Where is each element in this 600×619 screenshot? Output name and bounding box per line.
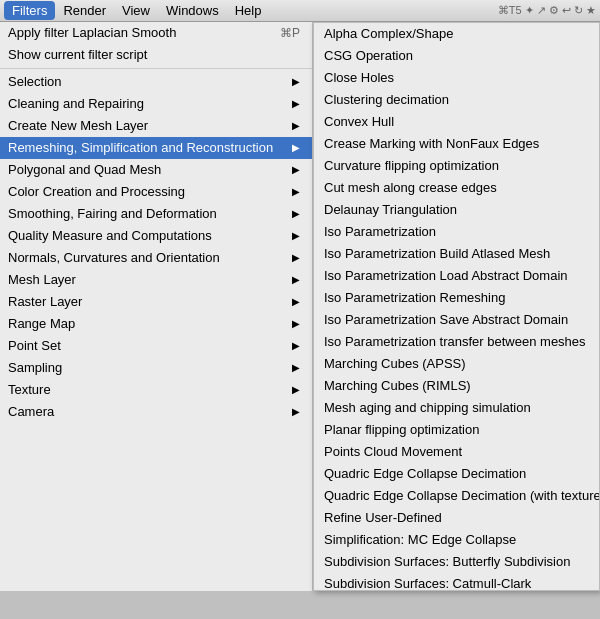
submenu-iso-param-atlased[interactable]: Iso Parametrization Build Atlased Mesh [314,243,599,265]
menu-camera[interactable]: Camera ▶ [0,401,312,423]
menu-mesh-layer[interactable]: Mesh Layer ▶ [0,269,312,291]
menu-show-script[interactable]: Show current filter script [0,44,312,66]
submenu-quadric-edge[interactable]: Quadric Edge Collapse Decimation [314,463,599,485]
submenu-mesh-aging[interactable]: Mesh aging and chipping simulation [314,397,599,419]
submenu-marching-apss[interactable]: Marching Cubes (APSS) [314,353,599,375]
submenu-alpha-complex[interactable]: Alpha Complex/Shape [314,23,599,45]
menubar: Filters Render View Windows Help ⌘T5 ✦ ↗… [0,0,600,22]
submenu-convex-hull[interactable]: Convex Hull [314,111,599,133]
menu-smoothing[interactable]: Smoothing, Fairing and Deformation ▶ [0,203,312,225]
menu-filters[interactable]: Filters [4,1,55,20]
submenu-crease-marking[interactable]: Crease Marking with NonFaux Edges [314,133,599,155]
submenu-quadric-edge-texture[interactable]: Quadric Edge Collapse Decimation (with t… [314,485,599,507]
submenu-iso-param[interactable]: Iso Parametrization [314,221,599,243]
submenu-iso-param-load[interactable]: Iso Parametrization Load Abstract Domain [314,265,599,287]
menu-texture[interactable]: Texture ▶ [0,379,312,401]
submenu-curvature-flipping[interactable]: Curvature flipping optimization [314,155,599,177]
submenu-iso-param-transfer[interactable]: Iso Parametrization transfer between mes… [314,331,599,353]
menu-create-mesh[interactable]: Create New Mesh Layer ▶ [0,115,312,137]
left-menu: Apply filter Laplacian Smooth ⌘P Show cu… [0,22,313,591]
menu-sampling[interactable]: Sampling ▶ [0,357,312,379]
right-submenu: Alpha Complex/Shape CSG Operation Close … [313,22,600,591]
menu-range-map[interactable]: Range Map ▶ [0,313,312,335]
menu-selection[interactable]: Selection ▶ [0,71,312,93]
menu-cleaning[interactable]: Cleaning and Repairing ▶ [0,93,312,115]
submenu-marching-rimls[interactable]: Marching Cubes (RIMLS) [314,375,599,397]
menu-remeshing[interactable]: Remeshing, Simplification and Reconstruc… [0,137,312,159]
submenu-delaunay[interactable]: Delaunay Triangulation [314,199,599,221]
toolbar-status: ⌘T5 ✦ ↗ ⚙ ↩ ↻ ★ [498,4,596,17]
menu-render[interactable]: Render [55,1,114,20]
menu-divider-1 [0,68,312,69]
submenu-close-holes[interactable]: Close Holes [314,67,599,89]
menu-apply-filter[interactable]: Apply filter Laplacian Smooth ⌘P [0,22,312,44]
submenu-subdiv-butterfly[interactable]: Subdivision Surfaces: Butterfly Subdivis… [314,551,599,573]
submenu-subdiv-catmull[interactable]: Subdivision Surfaces: Catmull-Clark [314,573,599,591]
submenu-iso-param-save[interactable]: Iso Parametrization Save Abstract Domain [314,309,599,331]
menu-raster-layer[interactable]: Raster Layer ▶ [0,291,312,313]
submenu-refine-user[interactable]: Refine User-Defined [314,507,599,529]
menu-color[interactable]: Color Creation and Processing ▶ [0,181,312,203]
submenu-clustering[interactable]: Clustering decimation [314,89,599,111]
submenu-iso-param-remesh[interactable]: Iso Parametrization Remeshing [314,287,599,309]
submenu-csg[interactable]: CSG Operation [314,45,599,67]
menu-windows[interactable]: Windows [158,1,227,20]
submenu-points-cloud[interactable]: Points Cloud Movement [314,441,599,463]
menu-help[interactable]: Help [227,1,270,20]
submenu-cut-mesh[interactable]: Cut mesh along crease edges [314,177,599,199]
menu-view[interactable]: View [114,1,158,20]
menu-point-set[interactable]: Point Set ▶ [0,335,312,357]
menu-normals[interactable]: Normals, Curvatures and Orientation ▶ [0,247,312,269]
submenu-simplification-mc[interactable]: Simplification: MC Edge Collapse [314,529,599,551]
submenu-planar-flipping[interactable]: Planar flipping optimization [314,419,599,441]
menu-polygonal[interactable]: Polygonal and Quad Mesh ▶ [0,159,312,181]
menu-quality[interactable]: Quality Measure and Computations ▶ [0,225,312,247]
